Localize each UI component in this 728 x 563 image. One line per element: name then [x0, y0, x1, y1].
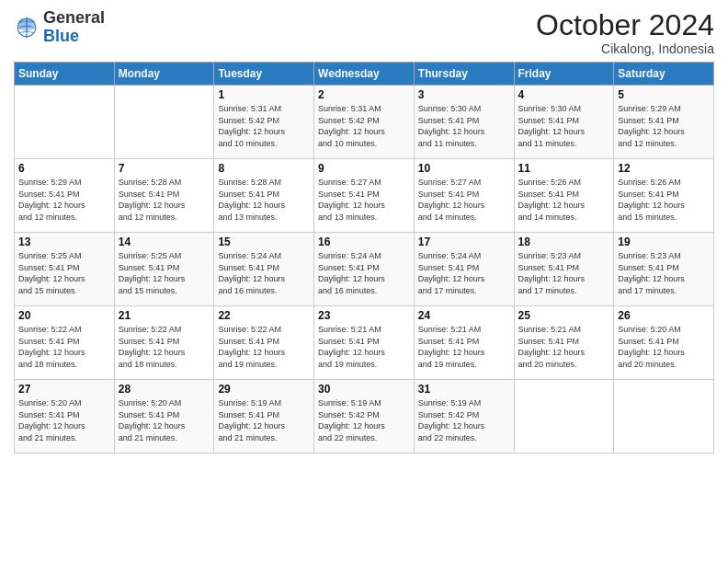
day-info: Sunrise: 5:19 AM Sunset: 5:42 PM Dayligh… — [318, 397, 410, 443]
day-cell — [514, 380, 614, 454]
day-info: Sunrise: 5:30 AM Sunset: 5:41 PM Dayligh… — [518, 103, 610, 149]
day-number: 23 — [318, 309, 410, 322]
day-info: Sunrise: 5:26 AM Sunset: 5:41 PM Dayligh… — [518, 177, 610, 223]
day-info: Sunrise: 5:28 AM Sunset: 5:41 PM Dayligh… — [218, 177, 310, 223]
day-info: Sunrise: 5:22 AM Sunset: 5:41 PM Dayligh… — [18, 324, 110, 370]
day-cell: 26Sunrise: 5:20 AM Sunset: 5:41 PM Dayli… — [614, 306, 714, 380]
day-number: 4 — [518, 88, 610, 101]
logo: General Blue — [14, 9, 105, 46]
day-cell: 27Sunrise: 5:20 AM Sunset: 5:41 PM Dayli… — [15, 380, 115, 454]
day-number: 29 — [218, 383, 310, 396]
day-cell: 4Sunrise: 5:30 AM Sunset: 5:41 PM Daylig… — [514, 86, 614, 159]
day-cell: 2Sunrise: 5:31 AM Sunset: 5:42 PM Daylig… — [314, 86, 415, 159]
main-container: General Blue October 2024 Cikalong, Indo… — [0, 0, 728, 463]
day-info: Sunrise: 5:23 AM Sunset: 5:41 PM Dayligh… — [618, 250, 710, 296]
day-info: Sunrise: 5:27 AM Sunset: 5:41 PM Dayligh… — [418, 177, 510, 223]
logo-text: General Blue — [43, 9, 105, 46]
day-number: 15 — [218, 236, 310, 248]
day-number: 18 — [518, 236, 610, 248]
week-row-4: 20Sunrise: 5:22 AM Sunset: 5:41 PM Dayli… — [15, 306, 714, 380]
location-subtitle: Cikalong, Indonesia — [536, 41, 714, 56]
day-info: Sunrise: 5:31 AM Sunset: 5:42 PM Dayligh… — [218, 103, 310, 149]
logo-icon — [14, 15, 40, 40]
col-tuesday: Tuesday — [214, 63, 314, 86]
header: General Blue October 2024 Cikalong, Indo… — [14, 9, 714, 56]
day-number: 24 — [418, 309, 510, 322]
week-row-1: 1Sunrise: 5:31 AM Sunset: 5:42 PM Daylig… — [15, 86, 714, 159]
day-number: 25 — [518, 309, 610, 322]
day-info: Sunrise: 5:29 AM Sunset: 5:41 PM Dayligh… — [618, 103, 710, 149]
day-info: Sunrise: 5:23 AM Sunset: 5:41 PM Dayligh… — [518, 250, 610, 296]
day-info: Sunrise: 5:22 AM Sunset: 5:41 PM Dayligh… — [119, 324, 210, 370]
day-number: 14 — [119, 236, 210, 248]
day-cell: 13Sunrise: 5:25 AM Sunset: 5:41 PM Dayli… — [15, 233, 115, 306]
day-cell: 31Sunrise: 5:19 AM Sunset: 5:42 PM Dayli… — [414, 380, 514, 454]
day-info: Sunrise: 5:31 AM Sunset: 5:42 PM Dayligh… — [318, 103, 410, 149]
day-cell: 21Sunrise: 5:22 AM Sunset: 5:41 PM Dayli… — [114, 306, 214, 380]
day-number: 22 — [218, 309, 310, 322]
day-info: Sunrise: 5:26 AM Sunset: 5:41 PM Dayligh… — [618, 177, 710, 223]
col-thursday: Thursday — [414, 63, 514, 86]
day-number: 28 — [119, 383, 210, 396]
header-row: Sunday Monday Tuesday Wednesday Thursday… — [15, 63, 714, 86]
day-cell: 18Sunrise: 5:23 AM Sunset: 5:41 PM Dayli… — [514, 233, 614, 306]
day-number: 17 — [418, 236, 510, 248]
day-info: Sunrise: 5:30 AM Sunset: 5:41 PM Dayligh… — [418, 103, 510, 149]
day-cell: 29Sunrise: 5:19 AM Sunset: 5:41 PM Dayli… — [214, 380, 314, 454]
day-number: 26 — [618, 309, 710, 322]
day-info: Sunrise: 5:25 AM Sunset: 5:41 PM Dayligh… — [119, 250, 210, 296]
day-info: Sunrise: 5:21 AM Sunset: 5:41 PM Dayligh… — [518, 324, 610, 370]
day-cell — [114, 86, 214, 159]
week-row-3: 13Sunrise: 5:25 AM Sunset: 5:41 PM Dayli… — [15, 233, 714, 306]
month-title: October 2024 — [536, 9, 714, 41]
day-cell: 30Sunrise: 5:19 AM Sunset: 5:42 PM Dayli… — [314, 380, 415, 454]
day-cell: 12Sunrise: 5:26 AM Sunset: 5:41 PM Dayli… — [614, 159, 714, 233]
day-cell: 17Sunrise: 5:24 AM Sunset: 5:41 PM Dayli… — [414, 233, 514, 306]
day-cell: 10Sunrise: 5:27 AM Sunset: 5:41 PM Dayli… — [414, 159, 514, 233]
day-cell: 20Sunrise: 5:22 AM Sunset: 5:41 PM Dayli… — [15, 306, 115, 380]
title-area: October 2024 Cikalong, Indonesia — [536, 9, 714, 56]
day-number: 10 — [418, 162, 510, 175]
day-number: 21 — [119, 309, 210, 322]
day-cell: 6Sunrise: 5:29 AM Sunset: 5:41 PM Daylig… — [15, 159, 115, 233]
day-cell: 15Sunrise: 5:24 AM Sunset: 5:41 PM Dayli… — [214, 233, 314, 306]
day-info: Sunrise: 5:24 AM Sunset: 5:41 PM Dayligh… — [418, 250, 510, 296]
day-info: Sunrise: 5:28 AM Sunset: 5:41 PM Dayligh… — [119, 177, 210, 223]
day-cell: 8Sunrise: 5:28 AM Sunset: 5:41 PM Daylig… — [214, 159, 314, 233]
day-number: 3 — [418, 88, 510, 101]
day-number: 31 — [418, 383, 510, 396]
day-cell — [614, 380, 714, 454]
day-cell: 7Sunrise: 5:28 AM Sunset: 5:41 PM Daylig… — [114, 159, 214, 233]
day-info: Sunrise: 5:25 AM Sunset: 5:41 PM Dayligh… — [18, 250, 110, 296]
day-info: Sunrise: 5:20 AM Sunset: 5:41 PM Dayligh… — [119, 397, 210, 443]
logo-blue: Blue — [43, 27, 79, 45]
day-cell: 23Sunrise: 5:21 AM Sunset: 5:41 PM Dayli… — [314, 306, 415, 380]
week-row-5: 27Sunrise: 5:20 AM Sunset: 5:41 PM Dayli… — [15, 380, 714, 454]
day-cell: 9Sunrise: 5:27 AM Sunset: 5:41 PM Daylig… — [314, 159, 415, 233]
day-info: Sunrise: 5:20 AM Sunset: 5:41 PM Dayligh… — [18, 397, 110, 443]
col-monday: Monday — [114, 63, 214, 86]
week-row-2: 6Sunrise: 5:29 AM Sunset: 5:41 PM Daylig… — [15, 159, 714, 233]
day-info: Sunrise: 5:24 AM Sunset: 5:41 PM Dayligh… — [318, 250, 410, 296]
day-number: 12 — [618, 162, 710, 175]
day-number: 2 — [318, 88, 410, 101]
col-friday: Friday — [514, 63, 614, 86]
day-number: 11 — [518, 162, 610, 175]
day-cell: 1Sunrise: 5:31 AM Sunset: 5:42 PM Daylig… — [214, 86, 314, 159]
calendar-table: Sunday Monday Tuesday Wednesday Thursday… — [14, 62, 714, 454]
col-sunday: Sunday — [15, 63, 115, 86]
day-cell: 22Sunrise: 5:22 AM Sunset: 5:41 PM Dayli… — [214, 306, 314, 380]
day-cell: 25Sunrise: 5:21 AM Sunset: 5:41 PM Dayli… — [514, 306, 614, 380]
day-info: Sunrise: 5:21 AM Sunset: 5:41 PM Dayligh… — [418, 324, 510, 370]
day-info: Sunrise: 5:19 AM Sunset: 5:42 PM Dayligh… — [418, 397, 510, 443]
day-number: 7 — [119, 162, 210, 175]
day-cell: 19Sunrise: 5:23 AM Sunset: 5:41 PM Dayli… — [614, 233, 714, 306]
day-cell: 24Sunrise: 5:21 AM Sunset: 5:41 PM Dayli… — [414, 306, 514, 380]
day-number: 16 — [318, 236, 410, 248]
day-cell — [15, 86, 115, 159]
day-info: Sunrise: 5:19 AM Sunset: 5:41 PM Dayligh… — [218, 397, 310, 443]
day-number: 6 — [18, 162, 110, 175]
day-info: Sunrise: 5:24 AM Sunset: 5:41 PM Dayligh… — [218, 250, 310, 296]
day-number: 1 — [218, 88, 310, 101]
day-number: 13 — [18, 236, 110, 248]
